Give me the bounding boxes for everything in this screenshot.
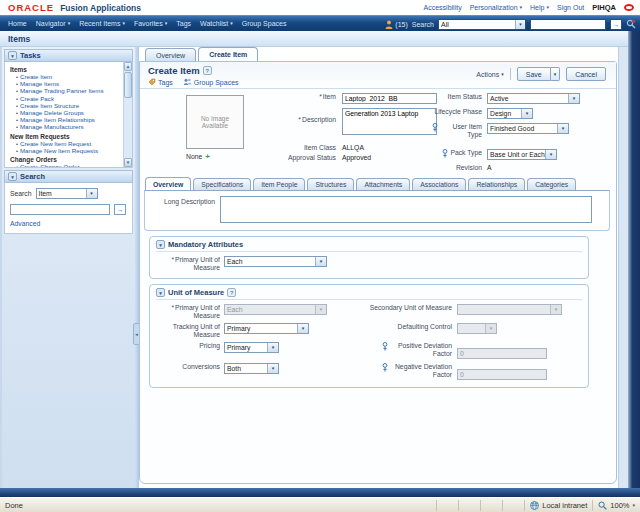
primary-uom-select[interactable]: Each ▾ [224, 256, 327, 267]
item-status-select[interactable]: Active ▾ [487, 93, 580, 104]
bullet-icon: • [16, 110, 18, 116]
personalization-menu[interactable]: Personalization▾ [470, 4, 522, 11]
subtab-associations[interactable]: Associations [412, 178, 466, 190]
nav-navigator[interactable]: Navigator▾ [36, 20, 70, 27]
search-scope-select[interactable]: All ▾ [438, 19, 526, 30]
level1-tabs: Overview Create Item [139, 47, 618, 61]
nav-favorites[interactable]: Favorites▾ [134, 20, 167, 27]
bullet-icon: • [16, 164, 18, 168]
user-item-type-select[interactable]: Finished Good ▾ [487, 123, 569, 134]
sign-out-link[interactable]: Sign Out [557, 4, 584, 11]
search-panel-header[interactable]: ▾ Search [4, 170, 133, 183]
scroll-down-icon[interactable]: ▼ [124, 158, 132, 167]
collapse-icon[interactable]: ▾ [156, 288, 165, 297]
subtab-relationships[interactable]: Relationships [468, 178, 525, 190]
security-zone: Local intranet [524, 500, 592, 511]
chevron-down-icon: ▾ [501, 72, 504, 77]
page-title: Items [0, 31, 628, 44]
application-window: ORACLE Fusion Applications Accessibility… [0, 0, 640, 512]
task-section-title: Change Orders [10, 156, 120, 163]
help-menu[interactable]: Help▾ [530, 4, 549, 11]
tasks-scrollbar[interactable]: ▲ ▼ [123, 62, 132, 167]
defaulting-control-select: ▾ [457, 323, 497, 334]
uom-primary-select: Each▾ [224, 304, 327, 315]
scrollbar-thumb[interactable] [124, 72, 132, 98]
actions-menu-button[interactable]: Actions ▾ [476, 71, 503, 78]
chevron-down-icon: ▾ [550, 305, 561, 314]
tab-create-item[interactable]: Create Item [198, 47, 258, 61]
status-pane [502, 500, 524, 511]
search-type-select[interactable]: Item ▾ [36, 188, 98, 199]
negative-deviation-label: Negative Deviation Factor [342, 363, 452, 379]
help-icon[interactable]: ? [203, 66, 212, 75]
tags-link[interactable]: Tags [148, 78, 173, 86]
sidebar-search-input[interactable] [10, 204, 110, 215]
save-button[interactable]: Save [517, 67, 551, 81]
subtab-specifications[interactable]: Specifications [193, 178, 251, 190]
toolbar-separator [510, 68, 511, 80]
task-link-manage-new-item-requests[interactable]: •Manage New Item Requests [16, 148, 120, 154]
subtab-item-people[interactable]: Item People [253, 178, 305, 190]
magnifier-icon [598, 501, 607, 510]
scroll-up-icon[interactable]: ▲ [124, 62, 132, 71]
nav-home[interactable]: Home [8, 20, 27, 27]
task-section-title: New Item Requests [10, 133, 120, 140]
search-go-button[interactable]: → [610, 19, 622, 30]
task-link-manage-manufacturers[interactable]: •Manage Manufacturers [16, 124, 120, 130]
sidebar-search-go-button[interactable]: → [114, 204, 126, 215]
task-link-create-change-order[interactable]: •Create Change Order [16, 164, 120, 168]
group-spaces-link[interactable]: Group Spaces [183, 78, 239, 86]
nav-watchlist[interactable]: Watchlist▾ [200, 20, 233, 27]
global-search-input[interactable] [530, 19, 606, 30]
tracking-uom-select[interactable]: Primary▾ [224, 323, 309, 334]
help-icon[interactable]: ? [227, 288, 236, 297]
unit-of-measure-header[interactable]: ▾ Unit of Measure ? [156, 287, 582, 300]
task-link-create-pack[interactable]: •Create Pack [16, 96, 120, 102]
select-value: Design [488, 109, 521, 118]
pin-icon [442, 149, 448, 158]
subtab-attachments[interactable]: Attachments [356, 178, 410, 190]
bullet-icon: • [16, 81, 18, 87]
zoom-control[interactable]: 100% ▾ [592, 500, 640, 511]
tasks-panel: Items •Create Item •Manage Items •Manage… [4, 62, 133, 168]
toolbar-actions: Actions ▾ Save ▾ Cancel [476, 67, 606, 81]
revision-value: A [487, 164, 492, 171]
chevron-down-icon: ▾ [122, 21, 125, 26]
bullet-icon: • [16, 148, 18, 154]
item-label: *Item [140, 93, 336, 101]
advanced-search-link[interactable]: Advanced [10, 220, 127, 227]
cancel-button[interactable]: Cancel [566, 67, 606, 81]
main-region: Overview Create Item Create Item ? Tags [139, 47, 618, 488]
pricing-label: Pricing [156, 342, 220, 350]
mandatory-attributes-header[interactable]: ▾ Mandatory Attributes [156, 239, 582, 252]
conversions-select[interactable]: Both▾ [224, 363, 279, 374]
accessibility-link[interactable]: Accessibility [424, 4, 462, 11]
subtab-categories[interactable]: Categories [527, 178, 576, 190]
task-link-create-new-item-request[interactable]: •Create New Item Request [16, 141, 120, 147]
nav-recent-items[interactable]: Recent Items▾ [79, 20, 125, 27]
tracking-uom-label: Tracking Unit of Measure [156, 323, 220, 339]
pack-type-select[interactable]: Base Unit or Each ▾ [487, 149, 557, 160]
subtab-overview[interactable]: Overview [145, 177, 191, 190]
advanced-search-icon[interactable] [626, 19, 636, 29]
pricing-select[interactable]: Primary▾ [224, 342, 279, 353]
bullet-icon: • [16, 124, 18, 130]
lifecycle-phase-select[interactable]: Design ▾ [487, 108, 533, 119]
save-menu-button[interactable]: ▾ [551, 67, 561, 81]
long-description-textarea[interactable] [220, 196, 592, 223]
nav-tags[interactable]: Tags [176, 20, 191, 27]
tasks-panel-header[interactable]: ▾ Tasks [4, 49, 133, 62]
task-link-manage-trading-partner-items[interactable]: •Manage Trading Partner Items [16, 88, 120, 94]
item-status-label: Item Status [370, 93, 482, 101]
nav-group-spaces[interactable]: Group Spaces [242, 20, 287, 27]
chevron-down-icon: ▾ [315, 305, 326, 314]
conversions-label: Conversions [156, 363, 220, 371]
collapse-icon[interactable]: ▾ [156, 240, 165, 249]
subtab-structures[interactable]: Structures [307, 178, 354, 190]
globe-icon [530, 501, 539, 510]
notifications-indicator[interactable]: (15) [385, 20, 407, 29]
collapse-icon[interactable]: ▾ [8, 172, 17, 181]
tab-overview[interactable]: Overview [145, 48, 196, 61]
browser-status-bar: Done Local intranet 100% ▾ [0, 497, 640, 512]
collapse-icon[interactable]: ▾ [8, 51, 17, 60]
